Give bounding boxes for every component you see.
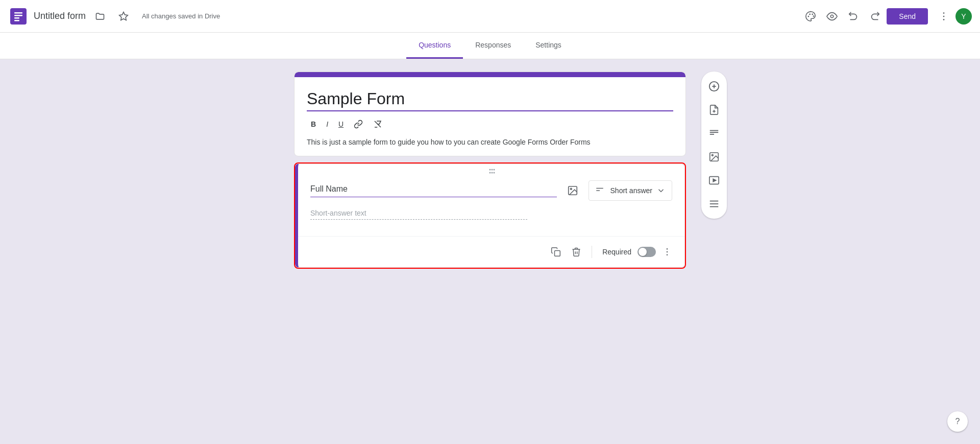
delete-question-button[interactable]: [567, 243, 585, 261]
form-title-label: Untitled form: [34, 11, 86, 21]
svg-point-18: [491, 172, 493, 174]
form-title-input[interactable]: [307, 89, 673, 111]
underline-button[interactable]: U: [334, 118, 348, 131]
question-card: Short answer Short-answer text Required: [295, 163, 685, 268]
svg-point-9: [813, 15, 815, 17]
svg-rect-1: [14, 12, 22, 14]
form-header-accent: [295, 72, 685, 77]
svg-point-28: [667, 254, 668, 256]
more-question-options-button[interactable]: [658, 243, 676, 261]
svg-point-22: [570, 188, 572, 190]
footer-divider: [592, 246, 592, 258]
svg-rect-2: [14, 15, 22, 16]
navbar-left: Untitled form All changes saved in Drive: [8, 6, 801, 27]
customize-theme-button[interactable]: [801, 7, 820, 26]
svg-rect-0: [10, 8, 27, 25]
svg-point-38: [712, 154, 713, 156]
question-footer: Required: [298, 236, 684, 267]
svg-rect-4: [14, 20, 19, 21]
star-button[interactable]: [114, 7, 133, 26]
bold-button[interactable]: B: [307, 118, 320, 131]
svg-point-13: [943, 19, 945, 20]
svg-point-16: [489, 172, 491, 174]
type-dropdown-label: Short answer: [610, 186, 652, 195]
question-top-row: Short answer: [310, 180, 672, 201]
clear-format-button[interactable]: [369, 118, 386, 131]
svg-rect-25: [555, 251, 560, 256]
toggle-knob: [639, 248, 647, 256]
svg-marker-5: [119, 12, 128, 20]
form-header-content: B I U This is just a sample form t: [295, 77, 685, 156]
svg-point-6: [808, 15, 810, 17]
svg-point-7: [810, 13, 811, 15]
navbar-right: Send Y: [801, 7, 972, 26]
tab-settings[interactable]: Settings: [523, 33, 574, 59]
required-toggle[interactable]: [638, 247, 656, 257]
svg-point-19: [493, 169, 495, 171]
svg-point-12: [943, 15, 945, 17]
saved-status: All changes saved in Drive: [142, 12, 220, 20]
required-label: Required: [602, 248, 631, 256]
undo-button[interactable]: [844, 7, 863, 26]
svg-rect-3: [14, 17, 19, 19]
help-button[interactable]: ?: [947, 411, 968, 432]
navbar: Untitled form All changes saved in Drive: [0, 0, 980, 33]
tab-responses[interactable]: Responses: [463, 33, 523, 59]
send-button[interactable]: Send: [887, 8, 928, 25]
form-description: This is just a sample form to guide you …: [307, 137, 673, 148]
formatting-toolbar: B I U: [307, 118, 673, 131]
question-content: Short answer Short-answer text: [298, 176, 684, 236]
more-options-button[interactable]: [934, 7, 953, 26]
type-dropdown[interactable]: Short answer: [589, 180, 672, 201]
main-content: B I U This is just a sample form t: [0, 59, 980, 444]
add-title-button[interactable]: [703, 123, 725, 144]
svg-marker-40: [713, 179, 716, 182]
svg-point-8: [812, 13, 814, 15]
add-image-sidebar-button[interactable]: [703, 146, 725, 168]
preview-button[interactable]: [822, 7, 842, 26]
right-sidebar: [701, 72, 727, 219]
avatar[interactable]: Y: [955, 8, 972, 25]
duplicate-question-button[interactable]: [547, 243, 565, 261]
folder-button[interactable]: [91, 7, 109, 26]
app-icon: [8, 6, 29, 27]
add-question-button[interactable]: [703, 76, 725, 97]
redo-button[interactable]: [865, 7, 885, 26]
svg-point-11: [943, 12, 945, 14]
tabs-bar: Questions Responses Settings: [0, 33, 980, 59]
svg-point-10: [831, 15, 834, 18]
svg-point-17: [491, 169, 493, 171]
answer-placeholder-text: Short-answer text: [310, 209, 527, 220]
svg-point-20: [493, 172, 495, 174]
add-image-to-question-button[interactable]: [563, 181, 582, 200]
import-questions-button[interactable]: [703, 99, 725, 121]
svg-point-26: [667, 248, 668, 250]
drag-handle[interactable]: [298, 164, 684, 176]
tab-questions[interactable]: Questions: [406, 33, 463, 59]
add-video-button[interactable]: [703, 170, 725, 191]
svg-point-15: [489, 169, 491, 171]
form-header-card: B I U This is just a sample form t: [294, 72, 686, 156]
add-section-button[interactable]: [703, 193, 725, 215]
question-title-input[interactable]: [310, 184, 557, 197]
italic-button[interactable]: I: [322, 118, 332, 131]
question-card-wrapper: Short answer Short-answer text Required: [294, 162, 686, 269]
svg-point-27: [667, 251, 668, 253]
link-button[interactable]: [350, 118, 367, 131]
form-container: B I U This is just a sample form t: [294, 72, 686, 433]
